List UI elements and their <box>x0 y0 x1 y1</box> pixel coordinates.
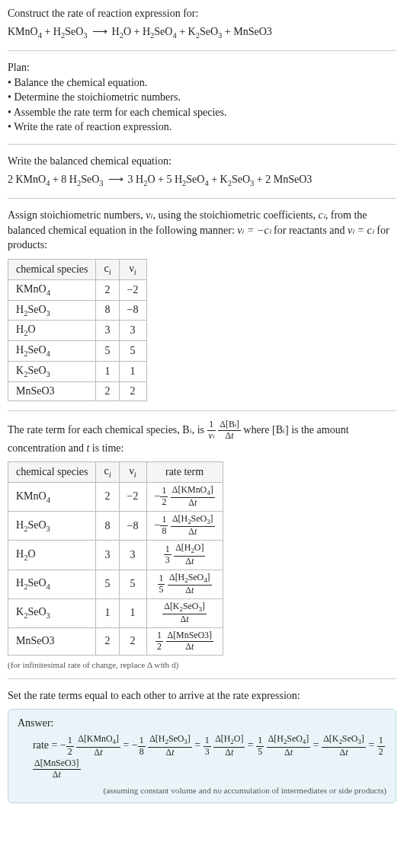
unbalanced-equation: KMnO4 + H2SeO3⟶H2O + H2SeO4 + K2SeO3 + M… <box>8 24 396 41</box>
col-header: νi <box>119 259 146 279</box>
balanced-heading: Write the balanced chemical equation: <box>8 154 396 169</box>
col-header: rate term <box>146 462 223 483</box>
nu-cell: 2 <box>119 627 146 655</box>
nu-cell: 3 <box>119 541 146 570</box>
table-row: H2O3313 Δ[H2O]Δt <box>8 541 223 570</box>
text: is time: <box>89 442 123 454</box>
table-row: KMnO42−2−12 Δ[KMnO4]Δt <box>8 482 223 511</box>
nu-cell: −8 <box>119 300 146 321</box>
stoich-table-2: chemical speciesciνirate term KMnO42−2−1… <box>8 461 223 656</box>
species-cell: KMnO4 <box>8 482 96 511</box>
nu-cell: 1 <box>119 598 146 627</box>
col-header: ci <box>96 259 119 279</box>
generic-frac: 1νᵢ <box>207 420 216 441</box>
rate-term-cell: 13 Δ[H2O]Δt <box>146 541 223 570</box>
species-cell: H2SeO3 <box>8 512 96 541</box>
plan-item: • Determine the stoichiometric numbers. <box>8 90 396 105</box>
divider <box>8 198 396 199</box>
balanced-equation: 2 KMnO4 + 8 H2SeO3⟶3 H2O + 5 H2SeO4 + K2… <box>8 172 396 189</box>
set-equal-text: Set the rate terms equal to each other t… <box>8 688 396 704</box>
nu-cell: −2 <box>119 482 146 511</box>
answer-box: Answer: rate = −12 Δ[KMnO4]Δt = −18 Δ[H2… <box>8 709 396 803</box>
c-cell: 1 <box>96 598 119 627</box>
answer-label: Answer: <box>18 717 386 729</box>
c-cell: 3 <box>96 541 119 570</box>
rate-term-cell: 12 Δ[MnSeO3]Δt <box>146 627 223 655</box>
title: Construct the rate of reaction expressio… <box>8 6 396 21</box>
table-row: KMnO42−2 <box>8 279 147 300</box>
rate-term-cell: Δ[K2SeO3]Δt <box>146 598 223 627</box>
nu-cell: 5 <box>119 341 146 362</box>
stoich-table-1: chemical speciesciνi KMnO42−2H2SeO38−8H2… <box>8 259 147 401</box>
c-cell: 5 <box>96 570 119 598</box>
plan-heading: Plan: <box>8 60 396 75</box>
eq: νᵢ = −cᵢ <box>237 225 271 236</box>
nu-cell: −8 <box>119 512 146 541</box>
divider <box>8 144 396 145</box>
table-row: H2O33 <box>8 321 147 341</box>
c-cell: 1 <box>96 361 119 381</box>
nu-cell: 2 <box>119 381 146 400</box>
rate-term-cell: 15 Δ[H2SeO4]Δt <box>146 570 223 598</box>
rate-term-cell: −12 Δ[KMnO4]Δt <box>146 482 223 511</box>
c-cell: 2 <box>96 279 119 300</box>
table-row: H2SeO38−8 <box>8 300 147 321</box>
generic-frac: Δ[Bᵢ]Δt <box>218 420 241 441</box>
divider <box>8 50 396 51</box>
text: The rate term for each chemical species,… <box>8 423 207 435</box>
table-row: H2SeO45515 Δ[H2SeO4]Δt <box>8 570 223 598</box>
table-row: MnSeO32212 Δ[MnSeO3]Δt <box>8 627 223 655</box>
table-row: H2SeO455 <box>8 341 147 362</box>
table-row: K2SeO311Δ[K2SeO3]Δt <box>8 598 223 627</box>
nu-cell: 3 <box>119 321 146 341</box>
table-row: MnSeO322 <box>8 381 147 400</box>
ci-symbol: cᵢ <box>319 209 325 221</box>
plan-item: • Assemble the rate term for each chemic… <box>8 105 396 120</box>
col-header: νi <box>119 462 146 483</box>
c-cell: 2 <box>96 482 119 511</box>
nu-cell: −2 <box>119 279 146 300</box>
species-cell: MnSeO3 <box>8 381 96 400</box>
species-cell: H2O <box>8 321 96 341</box>
c-cell: 5 <box>96 341 119 362</box>
text: , using the stoichiometric coefficients, <box>152 209 318 221</box>
plan-section: Plan: • Balance the chemical equation.• … <box>8 60 396 135</box>
species-cell: H2SeO3 <box>8 300 96 321</box>
rate-term-cell: −18 Δ[H2SeO3]Δt <box>146 512 223 541</box>
assign-section: Assign stoichiometric numbers, νᵢ, using… <box>8 208 396 253</box>
title-section: Construct the rate of reaction expressio… <box>8 6 396 41</box>
c-cell: 2 <box>96 627 119 655</box>
table-row: H2SeO38−8−18 Δ[H2SeO3]Δt <box>8 512 223 541</box>
species-cell: KMnO4 <box>8 279 96 300</box>
col-header: chemical species <box>8 259 96 279</box>
table-row: K2SeO311 <box>8 361 147 381</box>
eq: νᵢ = cᵢ <box>348 225 374 236</box>
divider <box>8 410 396 411</box>
c-cell: 8 <box>96 512 119 541</box>
rate-expression: rate = −12 Δ[KMnO4]Δt = −18 Δ[H2SeO3]Δt … <box>33 734 386 781</box>
species-cell: H2SeO4 <box>8 341 96 362</box>
species-cell: K2SeO3 <box>8 361 96 381</box>
species-cell: H2SeO4 <box>8 570 96 598</box>
text: for reactants and <box>271 225 348 236</box>
rate-term-section: The rate term for each chemical species,… <box>8 420 396 455</box>
plan-item: • Write the rate of reaction expression. <box>8 120 396 135</box>
c-cell: 8 <box>96 300 119 321</box>
c-cell: 3 <box>96 321 119 341</box>
nu-cell: 5 <box>119 570 146 598</box>
balanced-section: Write the balanced chemical equation: 2 … <box>8 154 396 189</box>
plan-item: • Balance the chemical equation. <box>8 75 396 91</box>
assumption-note: (assuming constant volume and no accumul… <box>18 786 386 795</box>
species-cell: MnSeO3 <box>8 627 96 655</box>
infinitesimal-note: (for infinitesimal rate of change, repla… <box>8 660 396 669</box>
nu-cell: 1 <box>119 361 146 381</box>
c-cell: 2 <box>96 381 119 400</box>
text: Assign stoichiometric numbers, <box>8 209 146 221</box>
divider <box>8 678 396 679</box>
species-cell: H2O <box>8 541 96 570</box>
species-cell: K2SeO3 <box>8 598 96 627</box>
col-header: chemical species <box>8 462 96 483</box>
col-header: ci <box>96 462 119 483</box>
